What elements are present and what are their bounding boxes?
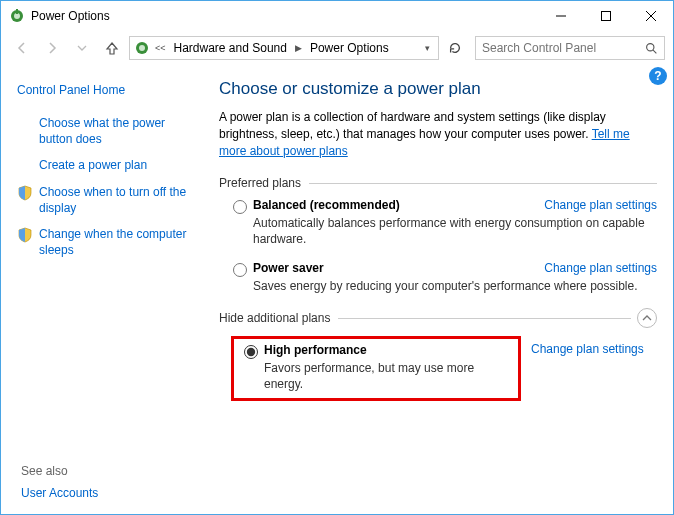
plan-power-saver: Power saver Change plan settings Saves e… [219,261,657,294]
change-plan-settings-link[interactable]: Change plan settings [544,261,657,275]
app-icon [9,8,25,24]
breadcrumb-icon [134,40,150,56]
control-panel-home-link[interactable]: Control Panel Home [17,83,199,97]
desc-text: A power plan is a collection of hardware… [219,110,606,141]
plan-name: Balanced (recommended) [253,198,400,212]
collapse-button[interactable] [637,308,657,328]
sidebar-item-create-plan[interactable]: Create a power plan [17,157,199,174]
sidebar-item-power-button[interactable]: Choose what the power button does [17,115,199,147]
titlebar: Power Options [1,1,673,31]
plan-high-performance: High performance Favors performance, but… [231,336,521,401]
plan-saver-radio[interactable] [233,263,247,277]
svg-rect-2 [16,9,18,14]
sidebar-item-computer-sleeps[interactable]: Change when the computer sleeps [17,226,199,258]
svg-rect-4 [601,12,610,21]
see-also-label: See also [21,464,98,478]
sidebar-item-label: Create a power plan [39,157,147,173]
spacer-icon [17,116,33,132]
minimize-button[interactable] [538,1,583,31]
breadcrumb-seg-power[interactable]: Power Options [307,41,392,55]
search-icon[interactable] [645,42,658,55]
back-button[interactable] [9,35,35,61]
plan-desc: Saves energy by reducing your computer's… [253,278,657,294]
left-panel: Control Panel Home Choose what the power… [1,65,211,514]
plan-balanced-radio[interactable] [233,200,247,214]
sidebar-item-turn-off-display[interactable]: Choose when to turn off the display [17,184,199,216]
shield-icon [17,227,33,243]
page-description: A power plan is a collection of hardware… [219,109,657,160]
svg-point-9 [647,43,654,50]
breadcrumb-seg-hardware[interactable]: Hardware and Sound [171,41,290,55]
svg-point-8 [139,45,145,51]
see-also-section: See also User Accounts [21,464,98,500]
additional-plans-header: Hide additional plans [219,308,657,328]
main-panel: ? Choose or customize a power plan A pow… [211,65,673,514]
plan-desc: Automatically balances performance with … [253,215,657,247]
window: Power Options << Hardware and Sound ▶ [0,0,674,515]
plan-desc: Favors performance, but may use more ene… [264,360,512,392]
change-plan-settings-link[interactable]: Change plan settings [531,342,644,356]
user-accounts-link[interactable]: User Accounts [21,486,98,500]
search-box[interactable] [475,36,665,60]
maximize-button[interactable] [583,1,628,31]
search-input[interactable] [482,41,645,55]
divider [309,183,657,184]
plan-name: Power saver [253,261,324,275]
section-label: Preferred plans [219,176,301,190]
breadcrumb-dropdown[interactable]: ▾ [421,43,434,53]
spacer-icon [17,158,33,174]
section-label: Hide additional plans [219,311,330,325]
close-button[interactable] [628,1,673,31]
svg-line-10 [653,50,656,53]
plan-balanced: Balanced (recommended) Change plan setti… [219,198,657,247]
preferred-plans-header: Preferred plans [219,176,657,190]
shield-icon [17,185,33,201]
sidebar-item-label: Choose what the power button does [39,115,199,147]
chevron-right-icon[interactable]: ▶ [292,43,305,53]
chevron-icon[interactable]: << [152,43,169,53]
window-title: Power Options [31,9,110,23]
recent-dropdown[interactable] [69,35,95,61]
refresh-button[interactable] [443,36,467,60]
page-title: Choose or customize a power plan [219,79,657,99]
plan-name: High performance [264,343,512,357]
up-button[interactable] [99,35,125,61]
content-area: Control Panel Home Choose what the power… [1,65,673,514]
plan-high-performance-row: High performance Favors performance, but… [219,336,657,401]
breadcrumb[interactable]: << Hardware and Sound ▶ Power Options ▾ [129,36,439,60]
forward-button[interactable] [39,35,65,61]
sidebar-item-label: Change when the computer sleeps [39,226,199,258]
sidebar-item-label: Choose when to turn off the display [39,184,199,216]
nav-toolbar: << Hardware and Sound ▶ Power Options ▾ [1,31,673,65]
divider [338,318,631,319]
window-buttons [538,1,673,31]
help-icon[interactable]: ? [649,67,667,85]
change-plan-settings-link[interactable]: Change plan settings [544,198,657,212]
plan-high-radio[interactable] [244,345,258,359]
